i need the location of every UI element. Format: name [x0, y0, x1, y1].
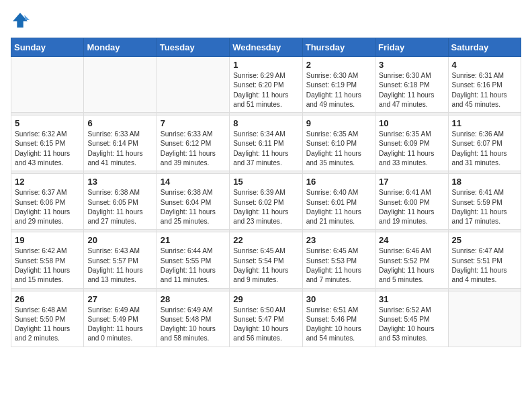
calendar-cell: 24Sunrise: 6:46 AMSunset: 5:52 PMDayligh…	[375, 232, 448, 288]
logo	[11, 11, 32, 30]
day-info: Sunrise: 6:41 AMSunset: 5:59 PMDaylight:…	[452, 188, 517, 226]
day-number: 4	[452, 60, 517, 70]
svg-marker-0	[13, 13, 28, 28]
calendar-day-header: Monday	[84, 38, 157, 57]
calendar-day-header: Saturday	[448, 38, 521, 57]
day-info: Sunrise: 6:50 AMSunset: 5:47 PMDaylight:…	[233, 306, 298, 344]
page-header	[11, 11, 521, 30]
calendar-cell: 16Sunrise: 6:40 AMSunset: 6:01 PMDayligh…	[302, 174, 375, 230]
calendar-cell: 23Sunrise: 6:45 AMSunset: 5:53 PMDayligh…	[302, 232, 375, 288]
day-number: 18	[452, 177, 517, 187]
calendar-cell: 29Sunrise: 6:50 AMSunset: 5:47 PMDayligh…	[230, 291, 302, 347]
calendar-cell	[11, 57, 84, 113]
calendar-header-row: SundayMondayTuesdayWednesdayThursdayFrid…	[11, 38, 521, 57]
day-info: Sunrise: 6:47 AMSunset: 5:51 PMDaylight:…	[452, 246, 517, 285]
day-number: 6	[87, 118, 152, 128]
day-number: 5	[15, 118, 80, 128]
day-number: 12	[15, 177, 80, 187]
day-number: 25	[452, 235, 517, 245]
calendar-cell: 13Sunrise: 6:38 AMSunset: 6:05 PMDayligh…	[84, 174, 157, 230]
day-number: 9	[306, 118, 371, 128]
day-number: 1	[233, 60, 298, 70]
calendar-cell: 12Sunrise: 6:37 AMSunset: 6:06 PMDayligh…	[11, 174, 84, 230]
day-info: Sunrise: 6:40 AMSunset: 6:01 PMDaylight:…	[306, 188, 371, 226]
calendar-cell: 22Sunrise: 6:45 AMSunset: 5:54 PMDayligh…	[230, 232, 302, 288]
day-number: 24	[379, 235, 444, 245]
day-info: Sunrise: 6:36 AMSunset: 6:07 PMDaylight:…	[452, 130, 517, 168]
day-info: Sunrise: 6:45 AMSunset: 5:54 PMDaylight:…	[233, 246, 298, 285]
calendar-week-row: 26Sunrise: 6:48 AMSunset: 5:50 PMDayligh…	[11, 291, 521, 347]
calendar-cell: 26Sunrise: 6:48 AMSunset: 5:50 PMDayligh…	[11, 291, 84, 347]
calendar-cell: 8Sunrise: 6:34 AMSunset: 6:11 PMDaylight…	[230, 116, 302, 171]
day-number: 19	[15, 235, 80, 245]
day-number: 26	[15, 294, 80, 304]
day-info: Sunrise: 6:35 AMSunset: 6:09 PMDaylight:…	[379, 130, 444, 168]
calendar-cell	[448, 291, 521, 347]
day-info: Sunrise: 6:52 AMSunset: 5:45 PMDaylight:…	[379, 306, 444, 344]
day-number: 21	[161, 235, 226, 245]
calendar-cell: 28Sunrise: 6:49 AMSunset: 5:48 PMDayligh…	[157, 291, 229, 347]
day-number: 28	[161, 294, 226, 304]
day-number: 27	[87, 294, 152, 304]
day-number: 22	[233, 235, 298, 245]
day-number: 8	[233, 118, 298, 128]
calendar-week-row: 5Sunrise: 6:32 AMSunset: 6:15 PMDaylight…	[11, 116, 521, 171]
calendar-cell: 11Sunrise: 6:36 AMSunset: 6:07 PMDayligh…	[448, 116, 521, 171]
day-info: Sunrise: 6:34 AMSunset: 6:11 PMDaylight:…	[233, 130, 298, 168]
calendar-cell: 21Sunrise: 6:44 AMSunset: 5:55 PMDayligh…	[157, 232, 229, 288]
day-info: Sunrise: 6:33 AMSunset: 6:14 PMDaylight:…	[87, 130, 152, 168]
day-info: Sunrise: 6:42 AMSunset: 5:58 PMDaylight:…	[15, 246, 80, 285]
day-info: Sunrise: 6:33 AMSunset: 6:12 PMDaylight:…	[161, 130, 226, 168]
day-number: 7	[161, 118, 226, 128]
calendar-cell: 1Sunrise: 6:29 AMSunset: 6:20 PMDaylight…	[230, 57, 302, 113]
calendar-cell: 20Sunrise: 6:43 AMSunset: 5:57 PMDayligh…	[84, 232, 157, 288]
day-info: Sunrise: 6:45 AMSunset: 5:53 PMDaylight:…	[306, 246, 371, 285]
calendar-week-row: 12Sunrise: 6:37 AMSunset: 6:06 PMDayligh…	[11, 174, 521, 230]
calendar-cell: 31Sunrise: 6:52 AMSunset: 5:45 PMDayligh…	[375, 291, 448, 347]
calendar-cell: 2Sunrise: 6:30 AMSunset: 6:19 PMDaylight…	[302, 57, 375, 113]
logo-icon	[11, 11, 30, 30]
day-info: Sunrise: 6:37 AMSunset: 6:06 PMDaylight:…	[15, 188, 80, 226]
day-info: Sunrise: 6:41 AMSunset: 6:00 PMDaylight:…	[379, 188, 444, 226]
calendar-cell: 7Sunrise: 6:33 AMSunset: 6:12 PMDaylight…	[157, 116, 229, 171]
day-info: Sunrise: 6:44 AMSunset: 5:55 PMDaylight:…	[161, 246, 226, 285]
calendar-day-header: Wednesday	[230, 38, 302, 57]
calendar-cell: 9Sunrise: 6:35 AMSunset: 6:10 PMDaylight…	[302, 116, 375, 171]
calendar-week-row: 1Sunrise: 6:29 AMSunset: 6:20 PMDaylight…	[11, 57, 521, 113]
calendar-cell: 30Sunrise: 6:51 AMSunset: 5:46 PMDayligh…	[302, 291, 375, 347]
day-info: Sunrise: 6:51 AMSunset: 5:46 PMDaylight:…	[306, 306, 371, 344]
calendar-cell	[157, 57, 229, 113]
calendar-cell: 4Sunrise: 6:31 AMSunset: 6:16 PMDaylight…	[448, 57, 521, 113]
calendar-cell: 10Sunrise: 6:35 AMSunset: 6:09 PMDayligh…	[375, 116, 448, 171]
calendar-cell: 15Sunrise: 6:39 AMSunset: 6:02 PMDayligh…	[230, 174, 302, 230]
day-info: Sunrise: 6:38 AMSunset: 6:05 PMDaylight:…	[87, 188, 152, 226]
calendar-day-header: Sunday	[11, 38, 84, 57]
day-number: 17	[379, 177, 444, 187]
day-number: 10	[379, 118, 444, 128]
calendar-cell: 19Sunrise: 6:42 AMSunset: 5:58 PMDayligh…	[11, 232, 84, 288]
calendar-cell: 17Sunrise: 6:41 AMSunset: 6:00 PMDayligh…	[375, 174, 448, 230]
day-number: 29	[233, 294, 298, 304]
calendar-cell: 6Sunrise: 6:33 AMSunset: 6:14 PMDaylight…	[84, 116, 157, 171]
day-info: Sunrise: 6:32 AMSunset: 6:15 PMDaylight:…	[15, 130, 80, 168]
day-number: 14	[161, 177, 226, 187]
calendar-day-header: Tuesday	[157, 38, 229, 57]
calendar-cell: 25Sunrise: 6:47 AMSunset: 5:51 PMDayligh…	[448, 232, 521, 288]
day-info: Sunrise: 6:46 AMSunset: 5:52 PMDaylight:…	[379, 246, 444, 285]
day-number: 30	[306, 294, 371, 304]
day-number: 15	[233, 177, 298, 187]
day-info: Sunrise: 6:48 AMSunset: 5:50 PMDaylight:…	[15, 306, 80, 344]
calendar-table: SundayMondayTuesdayWednesdayThursdayFrid…	[11, 38, 521, 347]
day-number: 3	[379, 60, 444, 70]
day-info: Sunrise: 6:49 AMSunset: 5:49 PMDaylight:…	[87, 306, 152, 344]
calendar-cell: 3Sunrise: 6:30 AMSunset: 6:18 PMDaylight…	[375, 57, 448, 113]
day-info: Sunrise: 6:49 AMSunset: 5:48 PMDaylight:…	[161, 306, 226, 344]
day-info: Sunrise: 6:39 AMSunset: 6:02 PMDaylight:…	[233, 188, 298, 226]
day-info: Sunrise: 6:30 AMSunset: 6:19 PMDaylight:…	[306, 71, 371, 109]
day-number: 13	[87, 177, 152, 187]
day-info: Sunrise: 6:30 AMSunset: 6:18 PMDaylight:…	[379, 71, 444, 109]
day-number: 20	[87, 235, 152, 245]
calendar-cell	[84, 57, 157, 113]
day-info: Sunrise: 6:38 AMSunset: 6:04 PMDaylight:…	[161, 188, 226, 226]
day-number: 11	[452, 118, 517, 128]
